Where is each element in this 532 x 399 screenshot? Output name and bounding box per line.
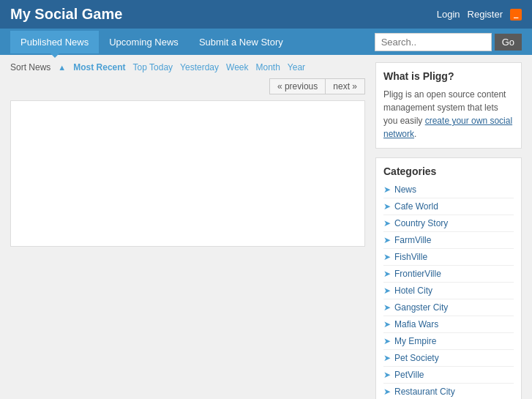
pagination-top: « previous next » [10,78,365,94]
category-item: ➤Gangster City [383,299,514,316]
rss-icon[interactable]: ⎯ [510,9,522,20]
cat-arrow-icon: ➤ [383,252,391,262]
main-content: Sort News ▲ Most Recent Top Today Yester… [10,62,365,399]
site-title: My Social Game [10,6,122,23]
header: My Social Game Login Register ⎯ [0,0,532,29]
cat-arrow-icon: ➤ [383,336,391,346]
nav-links: Published News Upcoming News Submit a Ne… [10,31,293,53]
category-item: ➤Pet Society [383,350,514,367]
category-link[interactable]: FrontierVille [394,269,441,279]
what-is-pligg-text: Pligg is an open source content manageme… [383,88,514,141]
pligg-description-after: . [414,129,416,139]
category-link[interactable]: Gangster City [394,302,448,313]
category-link[interactable]: FishVille [394,252,427,262]
category-item: ➤PetVille [383,367,514,384]
sort-month[interactable]: Month [256,62,280,72]
cat-arrow-icon: ➤ [383,370,391,380]
category-link[interactable]: Mafia Wars [394,319,438,329]
header-right: Login Register ⎯ [437,9,522,20]
categories-box: Categories ➤News➤Cafe World➤Country Stor… [375,157,522,399]
nav-submit-story[interactable]: Submit a New Story [189,31,293,53]
search-area: Go [375,33,522,51]
sort-week[interactable]: Week [226,62,248,72]
register-link[interactable]: Register [468,9,503,20]
category-item: ➤News [383,182,514,198]
category-item: ➤Mafia Wars [383,316,514,333]
categories-title: Categories [383,165,514,177]
category-item: ➤Hotel City [383,283,514,299]
category-link[interactable]: Restaurant City [394,387,455,397]
cat-arrow-icon: ➤ [383,184,391,195]
nav-upcoming-news[interactable]: Upcoming News [99,31,189,53]
search-button[interactable]: Go [495,34,522,51]
category-link[interactable]: PetVille [394,370,424,380]
content-wrapper: Sort News ▲ Most Recent Top Today Yester… [0,55,532,399]
sort-yesterday[interactable]: Yesterday [180,62,219,72]
category-link[interactable]: News [394,184,416,195]
categories-list: ➤News➤Cafe World➤Country Story➤FarmVille… [383,182,514,399]
category-item: ➤My Empire [383,333,514,350]
category-link[interactable]: Hotel City [394,286,432,296]
category-item: ➤FarmVille [383,232,514,249]
sort-label: Sort News [10,62,50,72]
category-item: ➤Country Story [383,215,514,232]
what-is-pligg-title: What is Pligg? [383,70,514,82]
login-link[interactable]: Login [437,9,460,20]
next-page-button[interactable]: next » [325,78,365,94]
category-link[interactable]: FarmVille [394,235,431,245]
sort-top-today[interactable]: Top Today [133,62,173,72]
what-is-pligg-box: What is Pligg? Pligg is an open source c… [375,62,522,149]
category-link[interactable]: Pet Society [394,353,439,363]
cat-arrow-icon: ➤ [383,387,391,397]
category-item: ➤Restaurant City [383,384,514,399]
navbar: Published News Upcoming News Submit a Ne… [0,29,532,55]
cat-arrow-icon: ➤ [383,302,391,313]
sort-icon: ▲ [58,63,66,72]
category-item: ➤FishVille [383,249,514,266]
cat-arrow-icon: ➤ [383,286,391,296]
cat-arrow-icon: ➤ [383,319,391,329]
category-item: ➤Cafe World [383,198,514,215]
sidebar: What is Pligg? Pligg is an open source c… [375,62,522,399]
cat-arrow-icon: ➤ [383,201,391,212]
cat-arrow-icon: ➤ [383,269,391,279]
sort-year[interactable]: Year [288,62,305,72]
sort-most-recent[interactable]: Most Recent [73,62,125,72]
search-input[interactable] [375,33,492,51]
category-item: ➤FrontierVille [383,266,514,283]
category-link[interactable]: Cafe World [394,201,438,212]
cat-arrow-icon: ➤ [383,218,391,228]
prev-page-button[interactable]: « previous [269,78,325,94]
category-link[interactable]: My Empire [394,336,436,346]
cat-arrow-icon: ➤ [383,235,391,245]
sort-bar: Sort News ▲ Most Recent Top Today Yester… [10,62,365,72]
articles-list [10,100,365,247]
nav-published-news[interactable]: Published News [10,31,99,53]
category-link[interactable]: Country Story [394,218,448,228]
cat-arrow-icon: ➤ [383,353,391,363]
